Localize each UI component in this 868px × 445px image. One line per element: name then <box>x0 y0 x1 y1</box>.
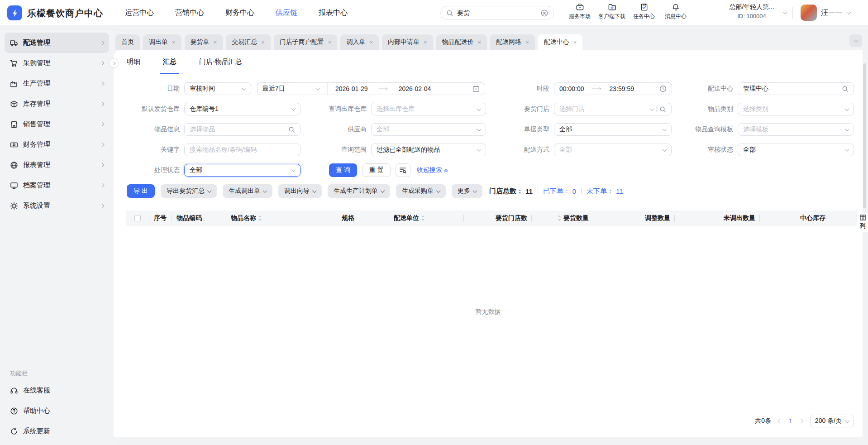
sidebar-collapse-handle[interactable] <box>109 58 119 68</box>
saved-search-button[interactable] <box>396 163 410 177</box>
transfer-wizard-dropdown[interactable]: 调出向导 <box>278 184 322 198</box>
sort-icon[interactable] <box>258 215 262 221</box>
close-icon[interactable]: × <box>261 39 265 45</box>
sidebar-item-help-center[interactable]: 帮助中心 <box>0 401 114 421</box>
out-warehouse-select[interactable]: 选择出库仓库 <box>371 103 486 115</box>
next-page-button[interactable] <box>800 420 803 423</box>
query-button[interactable]: 查 询 <box>329 163 357 177</box>
scope-select[interactable]: 过滤已全部配送的物品 <box>371 144 486 156</box>
page-size-select[interactable]: 200 条/页 <box>810 415 854 427</box>
create-transfer-out-dropdown[interactable]: 生成调出单 <box>223 184 272 198</box>
tab-home[interactable]: 首页 <box>115 34 140 50</box>
column-settings-button[interactable]: 列 <box>857 213 868 232</box>
content-tab-summary[interactable]: 汇总 <box>163 50 176 74</box>
vertical-scrollbar[interactable] <box>863 63 866 208</box>
tab-internal-request[interactable]: 内部申请单× <box>382 34 433 50</box>
select-all-checkbox[interactable] <box>134 215 141 221</box>
request-store-select[interactable]: 选择门店 <box>554 103 672 115</box>
sidebar-item-system-settings[interactable]: 系统设置 <box>5 196 109 216</box>
tab-transfer-in[interactable]: 调入单× <box>340 34 379 50</box>
tab-delivery-network[interactable]: 配送网络× <box>490 34 535 50</box>
clear-search-icon[interactable] <box>541 10 548 17</box>
tab-store-submerchant-config[interactable]: 门店子商户配置× <box>274 34 338 50</box>
tab-delivery-center[interactable]: 配送中心× <box>538 34 583 50</box>
app-logo[interactable] <box>7 5 22 20</box>
date-from-value[interactable]: 2026-01-29 <box>335 85 368 92</box>
sidebar-item-delivery-mgmt[interactable]: 配送管理 <box>5 33 109 53</box>
unordered-value[interactable]: 11 <box>616 187 623 195</box>
close-icon[interactable]: × <box>424 39 427 45</box>
ordered-value[interactable]: 0 <box>572 187 576 195</box>
close-icon[interactable]: × <box>525 39 529 45</box>
col-item-name[interactable]: 物品名称 <box>226 211 337 226</box>
service-market-button[interactable]: 服务市场 <box>567 3 593 20</box>
col-request-qty[interactable]: 要货数量 <box>532 211 593 226</box>
nav-item-report[interactable]: 报表中心 <box>319 8 348 18</box>
sidebar-item-inventory-mgmt[interactable]: 库存管理 <box>5 94 109 114</box>
task-center-button[interactable]: 任务中心 <box>631 3 657 20</box>
tab-item-delivery-price[interactable]: 物品配送价× <box>436 34 487 50</box>
export-summary-dropdown[interactable]: 导出要货汇总 <box>161 184 217 198</box>
time-range-input[interactable]: 00:00:00 23:59:59 <box>554 82 672 95</box>
close-icon[interactable]: × <box>478 39 482 45</box>
time-to-value[interactable]: 23:59:59 <box>610 85 634 92</box>
sort-icon[interactable] <box>421 215 425 221</box>
search-icon[interactable] <box>659 106 666 113</box>
sidebar-item-archive-mgmt[interactable]: 档案管理 <box>5 175 109 196</box>
doc-type-select[interactable]: 全部 <box>554 123 672 136</box>
nav-item-finance[interactable]: 财务中心 <box>225 8 254 18</box>
date-preset-select[interactable]: 最近7日 <box>258 83 324 95</box>
nav-item-supply-chain[interactable]: 供应链 <box>276 8 297 18</box>
more-dropdown[interactable]: 更多 <box>452 184 482 198</box>
date-type-select[interactable]: 审核时间 <box>184 82 251 95</box>
supplier-select[interactable]: 全部 <box>371 123 486 136</box>
sidebar-item-online-support[interactable]: 在线客服 <box>0 380 114 401</box>
sidebar-item-production-mgmt[interactable]: 生产管理 <box>5 73 109 94</box>
create-production-plan-dropdown[interactable]: 生成生产计划单 <box>328 184 390 198</box>
client-download-button[interactable]: 客户端下载 <box>598 3 625 20</box>
nav-item-operation[interactable]: 运营中心 <box>125 8 154 18</box>
close-icon[interactable]: × <box>328 39 332 45</box>
close-icon[interactable]: × <box>172 39 176 45</box>
ordered-label[interactable]: 已下单： <box>543 187 570 196</box>
delivery-center-input[interactable]: 管理中心 <box>738 82 854 95</box>
avatar[interactable] <box>801 5 817 21</box>
sidebar-item-purchase-mgmt[interactable]: 采购管理 <box>5 53 109 73</box>
tab-trade-summary[interactable]: 交易汇总× <box>226 34 271 50</box>
export-button[interactable]: 导 出 <box>127 184 155 198</box>
unordered-label[interactable]: 未下单： <box>587 187 614 196</box>
sidebar-item-report-mgmt[interactable]: 报表管理 <box>5 155 109 175</box>
audit-status-select[interactable]: 全部 <box>738 144 854 156</box>
process-status-select[interactable]: 全部 <box>184 164 300 177</box>
date-to-value[interactable]: 2026-02-04 <box>399 85 431 92</box>
create-purchase-order-dropdown[interactable]: 生成采购单 <box>396 184 446 198</box>
nav-item-marketing[interactable]: 营销中心 <box>175 8 204 18</box>
time-from-value[interactable]: 00:00:00 <box>559 85 584 92</box>
message-center-button[interactable]: 消息中心 <box>663 3 689 20</box>
sidebar-item-sales-mgmt[interactable]: 销售管理 <box>5 114 109 134</box>
collapse-search-link[interactable]: 收起搜索 <box>417 166 448 174</box>
sort-icon[interactable] <box>558 215 562 221</box>
tabs-overflow-button[interactable] <box>849 34 862 47</box>
sidebar-item-finance-mgmt[interactable]: 财务管理 <box>5 134 109 155</box>
tab-transfer-out[interactable]: 调出单× <box>143 34 181 50</box>
item-template-select[interactable]: 选择模板 <box>738 123 854 136</box>
user-menu[interactable]: 汪一一 <box>821 8 850 18</box>
global-search-input[interactable]: 要货 <box>440 6 554 20</box>
col-delivery-unit[interactable]: 配送单位 <box>389 211 464 226</box>
item-info-input[interactable]: 选择物品 <box>184 123 300 136</box>
prev-page-button[interactable] <box>778 420 782 423</box>
current-page[interactable]: 1 <box>789 417 792 425</box>
delivery-method-select[interactable]: 全部 <box>554 144 672 156</box>
keyword-input[interactable]: 搜索物品名称/条码/编码 <box>184 144 300 156</box>
item-category-select[interactable]: 选择类别 <box>738 103 854 115</box>
close-icon[interactable]: × <box>214 39 217 45</box>
default-warehouse-select[interactable]: 仓库编号1 <box>184 103 300 115</box>
date-range-input[interactable]: 2026-01-29 2026-02-04 <box>330 83 485 95</box>
close-icon[interactable]: × <box>573 39 577 45</box>
content-tab-store-item-summary[interactable]: 门店-物品汇总 <box>199 50 242 74</box>
org-switcher[interactable]: 总部/年轻人第... ID: 100004 <box>718 3 786 19</box>
content-tab-detail[interactable]: 明细 <box>127 50 140 74</box>
reset-button[interactable]: 重 置 <box>362 163 391 177</box>
close-icon[interactable]: × <box>369 39 373 45</box>
